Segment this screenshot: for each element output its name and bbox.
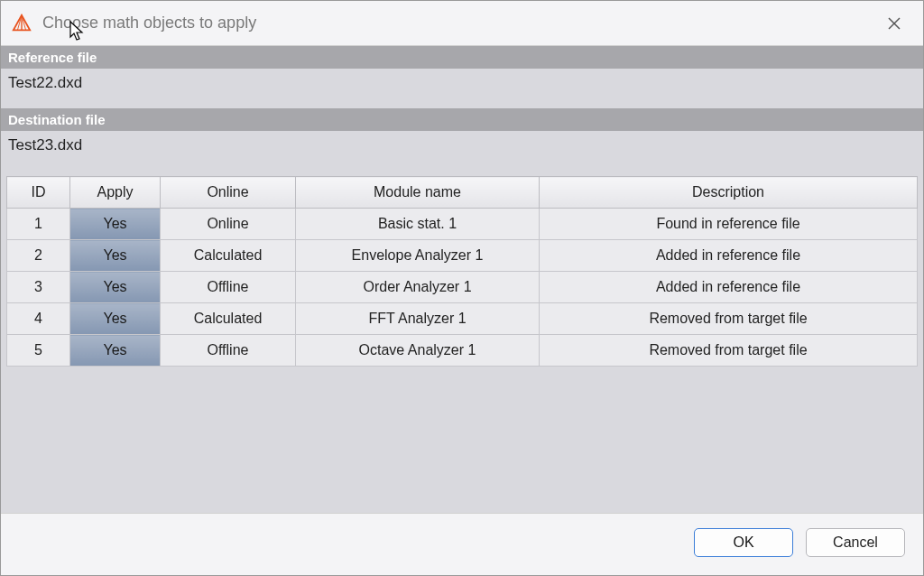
cell-apply[interactable]: Yes bbox=[70, 209, 161, 240]
col-header-id[interactable]: ID bbox=[7, 177, 70, 209]
titlebar: Choose math objects to apply bbox=[1, 1, 923, 46]
cell-description: Added in reference file bbox=[540, 240, 918, 272]
cell-module: Basic stat. 1 bbox=[296, 209, 540, 240]
cell-apply[interactable]: Yes bbox=[70, 335, 161, 367]
cell-online: Calculated bbox=[161, 303, 296, 335]
table-row[interactable]: 5 Yes Offline Octave Analyzer 1 Removed … bbox=[7, 335, 918, 367]
cell-module: Octave Analyzer 1 bbox=[296, 335, 540, 367]
cell-module: Envelope Analyzer 1 bbox=[296, 240, 540, 272]
cell-online: Offline bbox=[161, 272, 296, 303]
cell-apply[interactable]: Yes bbox=[70, 303, 161, 335]
cell-description: Removed from target file bbox=[540, 335, 918, 367]
cell-id: 1 bbox=[7, 209, 70, 240]
cell-description: Removed from target file bbox=[540, 303, 918, 335]
reference-file-value: Test22.dxd bbox=[1, 69, 923, 108]
dialog: Choose math objects to apply Reference f… bbox=[0, 0, 924, 576]
cell-description: Found in reference file bbox=[540, 209, 918, 240]
close-button[interactable] bbox=[876, 5, 912, 42]
cell-id: 3 bbox=[7, 272, 70, 303]
cell-online: Online bbox=[161, 209, 296, 240]
app-icon bbox=[12, 14, 32, 33]
close-icon bbox=[888, 17, 901, 30]
reference-file-header: Reference file bbox=[1, 46, 923, 69]
col-header-apply[interactable]: Apply bbox=[70, 177, 161, 209]
destination-file-header: Destination file bbox=[1, 108, 923, 131]
cell-description: Added in reference file bbox=[540, 272, 918, 303]
cell-online: Offline bbox=[161, 335, 296, 367]
table-container: ID Apply Online Module name Description … bbox=[1, 171, 923, 513]
cell-apply[interactable]: Yes bbox=[70, 272, 161, 303]
cell-module: Order Analyzer 1 bbox=[296, 272, 540, 303]
button-bar: OK Cancel bbox=[1, 513, 923, 575]
cell-apply[interactable]: Yes bbox=[70, 240, 161, 272]
dialog-title: Choose math objects to apply bbox=[42, 14, 876, 33]
objects-table: ID Apply Online Module name Description … bbox=[6, 176, 918, 367]
table-row[interactable]: 1 Yes Online Basic stat. 1 Found in refe… bbox=[7, 209, 918, 240]
col-header-description[interactable]: Description bbox=[540, 177, 918, 209]
cell-id: 5 bbox=[7, 335, 70, 367]
ok-button[interactable]: OK bbox=[694, 528, 793, 557]
table-row[interactable]: 2 Yes Calculated Envelope Analyzer 1 Add… bbox=[7, 240, 918, 272]
table-header-row: ID Apply Online Module name Description bbox=[7, 177, 918, 209]
col-header-module[interactable]: Module name bbox=[296, 177, 540, 209]
cell-id: 4 bbox=[7, 303, 70, 335]
table-row[interactable]: 3 Yes Offline Order Analyzer 1 Added in … bbox=[7, 272, 918, 303]
cell-id: 2 bbox=[7, 240, 70, 272]
cancel-button[interactable]: Cancel bbox=[806, 528, 905, 557]
col-header-online[interactable]: Online bbox=[161, 177, 296, 209]
table-row[interactable]: 4 Yes Calculated FFT Analyzer 1 Removed … bbox=[7, 303, 918, 335]
cell-module: FFT Analyzer 1 bbox=[296, 303, 540, 335]
cell-online: Calculated bbox=[161, 240, 296, 272]
destination-file-value: Test23.dxd bbox=[1, 131, 923, 171]
